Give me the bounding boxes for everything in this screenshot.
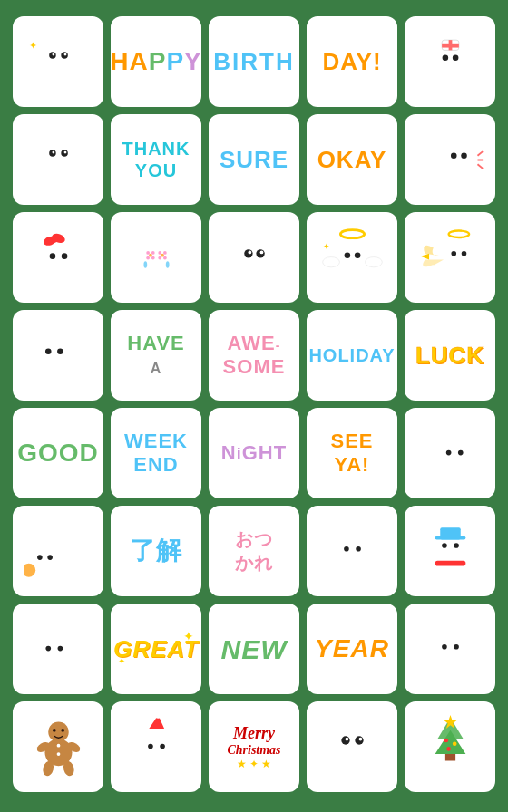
day-text: DAY!: [322, 49, 381, 75]
svg-point-58: [344, 252, 350, 258]
year-text: YEAR: [315, 635, 389, 663]
ghost-small-1[interactable]: ✦ ·: [13, 16, 103, 107]
day-sticker[interactable]: DAY!: [307, 16, 397, 107]
svg-point-85: [356, 546, 361, 551]
ghost-side[interactable]: [307, 506, 397, 596]
svg-point-84: [344, 546, 349, 551]
svg-point-98: [442, 643, 447, 649]
ghost-star-hat[interactable]: [405, 701, 495, 792]
svg-marker-124: [435, 730, 465, 753]
svg-rect-14: [442, 44, 459, 47]
see-ya-sticker[interactable]: SEEYA!: [307, 408, 397, 498]
svg-rect-92: [435, 536, 465, 539]
ghost-flag[interactable]: [13, 604, 103, 694]
svg-point-129: [446, 747, 451, 751]
ghost-snowman[interactable]: [405, 506, 495, 596]
weekend-sticker[interactable]: WEEKEND: [111, 408, 201, 498]
svg-point-80: [47, 555, 53, 560]
svg-point-60: [322, 256, 339, 266]
svg-point-42: [161, 253, 164, 256]
svg-point-41: [151, 256, 154, 259]
birth-sticker[interactable]: BIRTH: [209, 16, 299, 107]
ghost-peek-right[interactable]: [405, 114, 495, 205]
thank-you-text: THANKYOU: [122, 138, 190, 181]
sticker-grid: ✦ · HAPPY BIRTH DAY!: [5, 9, 503, 799]
okay-sticker[interactable]: OKAY: [307, 114, 397, 205]
luck-text: LUCK: [415, 343, 484, 369]
awesome-text: AWE-SOME: [223, 332, 286, 380]
svg-point-113: [160, 743, 165, 749]
svg-point-43: [158, 251, 161, 255]
svg-point-48: [165, 261, 169, 268]
otsu-sticker[interactable]: おつかれ: [209, 506, 299, 596]
night-sticker[interactable]: NiGHT: [209, 408, 299, 498]
svg-point-96: [57, 645, 63, 651]
see-ya-text: SEEYA!: [330, 430, 373, 478]
svg-point-119: [341, 736, 349, 744]
ghost-nurse[interactable]: [405, 16, 495, 107]
have-a-text: HAVEA: [127, 332, 185, 380]
svg-point-61: [365, 256, 382, 266]
ryokai-sticker[interactable]: 了解: [111, 506, 201, 596]
awesome-sticker[interactable]: AWE-SOME: [209, 310, 299, 401]
svg-point-59: [354, 252, 360, 258]
svg-rect-90: [435, 560, 465, 566]
have-a-sticker[interactable]: HAVEA: [111, 310, 201, 401]
happy-sticker[interactable]: HAPPY: [111, 16, 201, 107]
weekend-text: WEEKEND: [124, 430, 188, 478]
ghost-peek-left[interactable]: [13, 310, 103, 401]
gingerbread[interactable]: [13, 701, 103, 792]
night-text: NiGHT: [221, 442, 287, 464]
thank-you-sticker[interactable]: THANKYOU: [111, 114, 201, 205]
ghost-flower-eyes[interactable]: [111, 212, 201, 303]
svg-point-88: [442, 543, 447, 548]
svg-point-30: [49, 253, 55, 259]
svg-point-19: [52, 150, 54, 153]
svg-point-97: [427, 630, 473, 672]
ghost-santa[interactable]: [111, 701, 201, 792]
ghost-sideways[interactable]: [405, 604, 495, 694]
holiday-text: HOLIDAY: [308, 345, 395, 365]
luck-sticker[interactable]: LUCK: [405, 310, 495, 401]
great-sticker[interactable]: GREAT ✦ ✦: [111, 604, 201, 694]
ghost-red-bow[interactable]: [13, 212, 103, 303]
ghost-neutral[interactable]: [209, 212, 299, 303]
year-sticker[interactable]: YEAR: [307, 604, 397, 694]
svg-point-20: [64, 150, 66, 153]
merry-christmas-sticker[interactable]: Merry Christmas ★ ✦ ★: [209, 701, 299, 792]
svg-point-116: [154, 713, 161, 719]
christmas-text: Christmas: [227, 743, 280, 758]
svg-point-44: [163, 251, 167, 255]
ghost-sad[interactable]: [13, 114, 103, 205]
sure-sticker[interactable]: SURE: [209, 114, 299, 205]
new-sticker[interactable]: NEW: [209, 604, 299, 694]
svg-point-75: [445, 450, 451, 455]
svg-point-47: [143, 261, 147, 268]
svg-point-10: [442, 54, 448, 61]
svg-point-38: [146, 251, 150, 255]
svg-point-67: [451, 251, 456, 256]
svg-point-37: [149, 253, 152, 256]
ghost-peeking[interactable]: [13, 506, 103, 596]
svg-line-27: [477, 164, 483, 169]
ghost-angel[interactable]: ✦ ·: [307, 212, 397, 303]
svg-point-11: [452, 54, 458, 61]
ghost-flying-angel[interactable]: [405, 212, 495, 303]
merry-text: Merry: [227, 724, 280, 743]
svg-text:✦: ✦: [322, 242, 329, 251]
svg-point-89: [454, 543, 459, 548]
holiday-sticker[interactable]: HOLIDAY: [307, 310, 397, 401]
svg-point-107: [61, 728, 64, 731]
svg-point-40: [146, 256, 150, 259]
svg-rect-115: [144, 728, 168, 733]
svg-point-23: [450, 152, 456, 159]
svg-point-45: [158, 256, 161, 259]
svg-point-76: [457, 450, 463, 455]
svg-rect-125: [444, 754, 454, 761]
svg-point-53: [248, 250, 251, 254]
svg-point-122: [358, 737, 362, 740]
ghost-basic-large[interactable]: [307, 701, 397, 792]
svg-point-24: [461, 152, 467, 159]
ghost-small-right[interactable]: [405, 408, 495, 498]
good-sticker[interactable]: GOOD: [13, 408, 103, 498]
